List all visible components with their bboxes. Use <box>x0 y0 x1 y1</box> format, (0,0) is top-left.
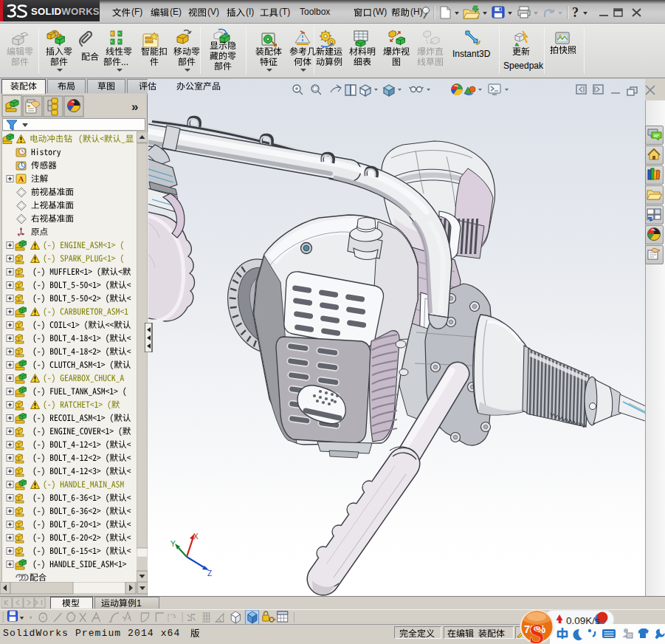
svg-text:»: » <box>131 100 138 114</box>
svg-text:SOLIDWORKS: SOLIDWORKS <box>31 6 100 17</box>
svg-text:S: S <box>529 623 545 644</box>
svg-text:?: ? <box>572 5 579 20</box>
